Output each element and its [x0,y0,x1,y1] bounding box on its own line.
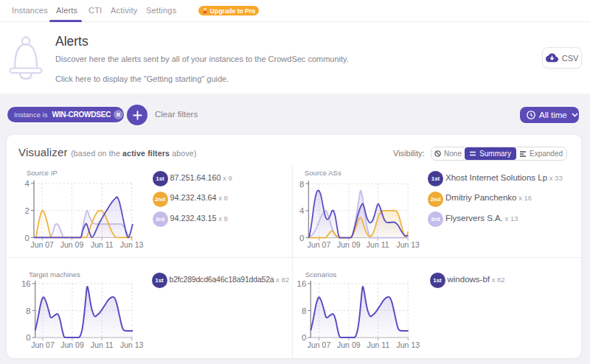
svg-text:Jun 09: Jun 09 [337,240,361,249]
svg-text:Jun 07: Jun 07 [308,240,331,249]
svg-text:Jun 11: Jun 11 [367,240,389,249]
svg-text:0: 0 [302,333,306,342]
svg-text:Jun 11: Jun 11 [367,340,390,349]
svg-text:Jun 13: Jun 13 [396,240,420,249]
svg-text:4: 4 [25,179,30,188]
svg-text:2: 2 [25,206,30,215]
svg-text:8: 8 [299,180,304,189]
svg-text:Jun 09: Jun 09 [60,240,84,249]
svg-text:Jun 07: Jun 07 [30,240,54,249]
svg-text:4: 4 [299,206,305,215]
svg-text:Jun 09: Jun 09 [337,340,361,349]
svg-text:0: 0 [25,234,30,242]
svg-text:Jun 07: Jun 07 [308,340,331,349]
svg-text:Jun 11: Jun 11 [91,240,114,249]
svg-text:0: 0 [299,234,304,242]
svg-text:Jun 07: Jun 07 [31,340,55,349]
svg-text:Jun 13: Jun 13 [397,340,420,349]
svg-text:Jun 13: Jun 13 [120,240,144,249]
svg-text:Jun 09: Jun 09 [60,340,84,349]
svg-text:Jun 11: Jun 11 [91,340,114,349]
svg-text:8: 8 [302,307,306,315]
svg-text:16: 16 [297,279,307,288]
svg-text:8: 8 [26,307,30,315]
svg-text:Jun 13: Jun 13 [120,340,144,349]
svg-text:0: 0 [26,333,30,342]
svg-text:16: 16 [21,279,31,288]
